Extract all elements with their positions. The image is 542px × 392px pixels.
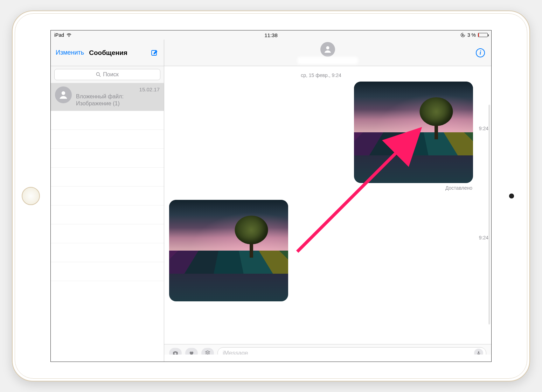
message-timestamp: 9:24 <box>479 126 488 131</box>
ipad-device-frame: iPad 11:38 3 % Изменить Сообщения <box>12 10 530 382</box>
battery-icon <box>478 33 488 37</box>
thread-header: i <box>164 40 491 66</box>
sidebar-title: Сообщения <box>89 49 127 57</box>
list-item <box>51 111 164 130</box>
date-separator: ср, 15 февр., 9:24 <box>169 72 473 78</box>
scrollbar[interactable] <box>488 105 490 324</box>
conversation-sidebar: Изменить Сообщения Поиск <box>51 40 164 362</box>
details-button[interactable]: i <box>476 48 485 57</box>
image-attachment[interactable] <box>354 82 473 183</box>
avatar-icon <box>55 86 72 103</box>
list-item <box>51 149 164 168</box>
contact-name-redacted <box>298 57 357 64</box>
search-placeholder: Поиск <box>103 71 118 78</box>
conversation-name-blur <box>76 86 104 91</box>
svg-point-4 <box>62 91 65 95</box>
svg-line-3 <box>99 75 101 77</box>
search-input[interactable]: Поиск <box>54 69 160 80</box>
message-timestamp: 9:24 <box>479 235 488 240</box>
battery-percent: 3 % <box>467 32 476 38</box>
clock: 11:38 <box>264 32 278 38</box>
list-item <box>51 224 164 243</box>
contact-avatar-icon[interactable] <box>320 42 335 57</box>
home-button[interactable] <box>22 187 40 205</box>
status-bar: iPad 11:38 3 % <box>51 30 491 40</box>
list-item <box>51 243 164 262</box>
svg-point-5 <box>326 46 329 49</box>
svg-rect-7 <box>478 351 479 354</box>
image-attachment[interactable] <box>169 200 288 301</box>
conversation-preview: Вложенный файл: Изображение (1) <box>76 93 160 107</box>
search-icon <box>96 72 101 77</box>
svg-point-2 <box>97 72 100 76</box>
conversation-date: 15.02.17 <box>139 86 160 92</box>
conversation-row[interactable]: 15.02.17 Вложенный файл: Изображение (1) <box>51 83 164 111</box>
message-thread: i ср, 15 февр., 9:24 <box>164 40 491 362</box>
screen: iPad 11:38 3 % Изменить Сообщения <box>50 30 492 362</box>
message-outgoing[interactable] <box>169 82 473 183</box>
compose-icon[interactable] <box>151 49 159 57</box>
edit-button[interactable]: Изменить <box>56 49 84 56</box>
front-camera <box>509 194 514 198</box>
delivered-label: Доставлено <box>169 185 472 191</box>
message-incoming[interactable] <box>169 200 473 301</box>
wifi-icon <box>66 33 72 37</box>
list-item <box>51 130 164 149</box>
list-item <box>51 205 164 224</box>
device-label: iPad <box>54 32 64 38</box>
list-item <box>51 187 164 205</box>
list-item <box>51 262 164 281</box>
messages-area[interactable]: ср, 15 февр., 9:24 9:24 <box>164 66 491 344</box>
orientation-lock-icon <box>460 33 465 37</box>
list-item <box>51 168 164 187</box>
